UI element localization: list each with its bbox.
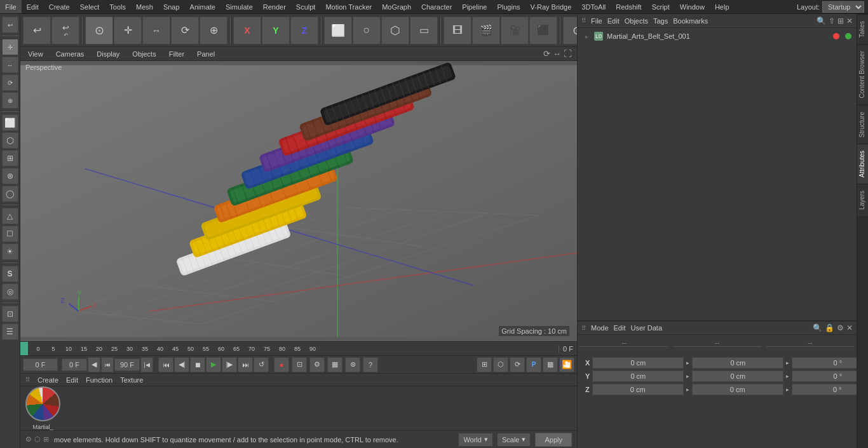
start-frame-input[interactable] [62,358,87,371]
menu-character[interactable]: Character [416,0,457,13]
scale-dropdown[interactable]: Scale ▾ [498,433,531,446]
mat-menu-create[interactable]: Create [37,376,58,384]
vp-icon-nav[interactable]: ↔ [553,49,561,58]
am-search-icon[interactable]: 🔍 [813,323,822,332]
camera-btn[interactable]: ☐ [2,226,18,242]
menu-script[interactable]: Script [647,0,675,13]
tab-content-browser[interactable]: Content Browser [857,44,868,104]
om-search-icon[interactable]: 🔍 [817,17,826,25]
plane-btn[interactable]: ▭ [410,17,438,44]
menu-select[interactable]: Select [75,0,105,13]
link-btn[interactable]: ⬡ [493,357,508,372]
edge-mode-btn[interactable]: ⊞ [2,150,18,166]
timeline-ruler[interactable]: 0 5 10 15 20 25 30 35 40 45 50 55 60 65 [20,341,577,355]
om-menu-bookmarks[interactable]: Bookmarks [673,17,708,25]
start-frame-btn[interactable]: ⏮ [101,357,114,372]
tab-takes[interactable]: Takes [857,14,868,44]
menu-mograph[interactable]: MoGraph [377,0,416,13]
stop-btn[interactable]: ⏹ [190,357,205,372]
menu-edit[interactable]: Edit [22,0,44,13]
next-frame-btn[interactable]: |▶ [222,357,237,372]
vp-menu-view[interactable]: View [25,50,46,58]
material-thumbnail[interactable] [25,386,60,421]
undo-toolbar-btn[interactable]: ↩ [23,17,51,44]
settings-btn[interactable]: ⚙ [309,357,325,372]
loop-btn[interactable]: ↺ [254,357,269,372]
material-btn[interactable]: ◎ [2,283,18,300]
om-menu-tags[interactable]: Tags [653,17,668,25]
play-btn[interactable]: ▶ [206,357,221,372]
object-mode-btn[interactable]: ⬜ [2,114,18,131]
grid2-btn[interactable]: ▦ [543,357,558,372]
prev-keyframe-btn[interactable]: ◀ [88,357,100,372]
am-close-icon[interactable]: ✕ [846,323,853,332]
om-menu-edit[interactable]: Edit [607,17,620,25]
vp-menu-filter[interactable]: Filter [166,50,187,58]
world-dropdown[interactable]: World ▾ [459,433,492,446]
am-menu-userdata[interactable]: User Data [631,324,663,332]
om-menu-objects[interactable]: Objects [625,17,648,25]
current-frame-input[interactable] [23,358,58,371]
coord-y-rot[interactable] [792,370,857,382]
rotate-btn[interactable]: ⟳ [171,17,199,44]
menu-sculpt[interactable]: Sculpt [291,0,321,13]
render-region-btn[interactable]: ⬛ [529,17,557,44]
menu-plugins[interactable]: Plugins [492,0,525,13]
select-tool-btn[interactable]: ⊙ [85,17,113,44]
om-menu-file[interactable]: File [591,17,602,25]
snap-to-frame-btn[interactable]: ⊞ [477,357,492,372]
tab-attributes[interactable]: Attributes [857,144,868,184]
redo-toolbar-btn[interactable]: ↩↷ [51,17,79,44]
first-frame-btn[interactable]: ⏮ [158,357,173,372]
coord-x-size[interactable] [692,357,783,369]
om-object-item[interactable]: ▸ L0 Martial_Arts_Belt_Set_001 [580,31,854,42]
menu-help[interactable]: Help [710,0,735,13]
transform-btn[interactable]: ⊕ [2,92,18,109]
extra-btn[interactable]: ⊛ [345,357,360,372]
menu-window[interactable]: Window [675,0,710,13]
3d-viewport[interactable]: Perspective [20,61,577,341]
point-mode-btn[interactable]: ⊛ [2,168,18,184]
sphere-btn[interactable]: ○ [353,17,381,44]
vp-menu-cameras[interactable]: Cameras [53,50,87,58]
motion-clip-btn[interactable]: ⊡ [292,357,307,372]
light-btn[interactable]: ☀ [2,243,18,260]
menu-render[interactable]: Render [258,0,291,13]
undo-btn[interactable]: ↩ [2,17,18,33]
viewport-persp-btn[interactable]: ⊙ [563,17,577,44]
render-film-btn[interactable]: 🎞 [444,17,471,44]
coord-x-rot[interactable] [792,357,857,369]
am-settings-icon[interactable]: ⚙ [837,323,844,332]
record-btn[interactable]: ● [274,357,289,372]
last-frame-btn[interactable]: ⏭ [238,357,253,372]
menu-snap[interactable]: Snap [158,0,185,13]
menu-create[interactable]: Create [44,0,75,13]
om-filter-icon[interactable]: ⇧ [829,17,835,25]
coord-x-pos[interactable] [592,357,684,369]
menu-redshift[interactable]: Redshift [611,0,646,13]
spline-mode-btn[interactable]: ◯ [2,186,18,202]
menu-simulate[interactable]: Simulate [220,0,258,13]
mat-menu-function[interactable]: Function [86,376,112,384]
sculpt-btn[interactable]: S [2,266,18,282]
am-menu-edit[interactable]: Edit [614,324,626,332]
rotate-tool-btn[interactable]: ⟳ [2,74,18,91]
material-item-martial[interactable]: Martial_ [25,386,60,430]
vp-menu-display[interactable]: Display [94,50,122,58]
mat-menu-texture[interactable]: Texture [120,376,143,384]
polygon-mode-btn[interactable]: ⬡ [2,132,18,149]
am-lock-icon[interactable]: 🔒 [825,323,834,332]
scale-tool-btn[interactable]: ↔ [2,57,18,73]
help2-btn[interactable]: ? [363,357,378,372]
om-close-icon[interactable]: ✕ [846,17,853,25]
tab-structure[interactable]: Structure [857,105,868,144]
add-obj-btn[interactable]: △ [2,208,18,224]
layout-select[interactable]: Startup [822,1,864,13]
am-menu-mode[interactable]: Mode [591,324,609,332]
render-all-btn[interactable]: 🎥 [501,17,529,44]
menu-pipeline[interactable]: Pipeline [457,0,492,13]
film-btn[interactable]: 🎦 [559,357,574,372]
tools-btn[interactable]: ☰ [2,323,18,340]
menu-file[interactable]: File [0,0,22,13]
vp-menu-objects[interactable]: Objects [130,50,158,58]
